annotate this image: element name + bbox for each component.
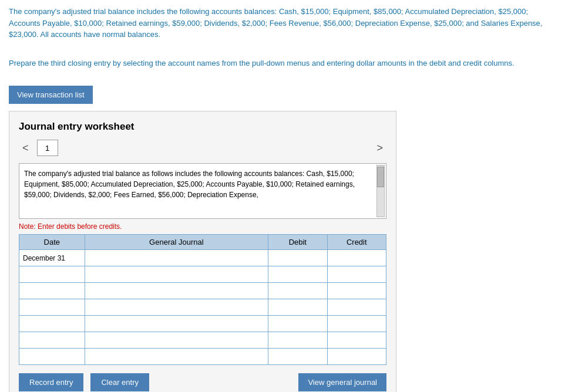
- table-row: [19, 299, 386, 316]
- worksheet-container: Journal entry worksheet < 1 > The compan…: [9, 111, 396, 392]
- table-row: [19, 349, 386, 365]
- debit-cell-7[interactable]: [268, 349, 327, 365]
- credit-cell-4[interactable]: [327, 299, 386, 316]
- credit-input-5[interactable]: [330, 317, 384, 330]
- date-cell-5: [19, 316, 85, 332]
- header-debit: Debit: [268, 235, 327, 250]
- debit-input-7[interactable]: [271, 350, 324, 363]
- page-number: 1: [37, 140, 58, 156]
- debit-cell-1[interactable]: [268, 250, 327, 266]
- nav-row: < 1 >: [19, 140, 386, 156]
- debit-input-1[interactable]: [271, 252, 324, 265]
- journal-cell-3[interactable]: [85, 283, 268, 299]
- header-credit: Credit: [327, 235, 386, 250]
- journal-cell-1[interactable]: [85, 250, 268, 266]
- debit-input-6[interactable]: [271, 334, 324, 347]
- credit-cell-2[interactable]: [327, 266, 386, 283]
- journal-input-6[interactable]: [88, 334, 266, 347]
- date-cell-2: [19, 266, 85, 283]
- journal-input-4[interactable]: [88, 301, 266, 314]
- credit-input-4[interactable]: [330, 301, 384, 314]
- clear-entry-button[interactable]: Clear entry: [90, 373, 149, 391]
- record-entry-button[interactable]: Record entry: [19, 373, 83, 391]
- journal-cell-4[interactable]: [85, 299, 268, 316]
- journal-cell-2[interactable]: [85, 266, 268, 283]
- date-cell-6: [19, 332, 85, 349]
- credit-input-1[interactable]: [330, 252, 384, 265]
- credit-input-6[interactable]: [330, 334, 384, 347]
- date-cell-7: [19, 349, 85, 365]
- journal-input-1[interactable]: [88, 252, 266, 265]
- credit-cell-6[interactable]: [327, 332, 386, 349]
- table-row: [19, 283, 386, 299]
- journal-cell-7[interactable]: [85, 349, 268, 365]
- date-cell-3: [19, 283, 85, 299]
- debit-cell-4[interactable]: [268, 299, 327, 316]
- debit-cell-6[interactable]: [268, 332, 327, 349]
- credit-cell-5[interactable]: [327, 316, 386, 332]
- description-text: The company's adjusted trial balance as …: [24, 170, 355, 199]
- view-transaction-button[interactable]: View transaction list: [9, 86, 93, 104]
- worksheet-title: Journal entry worksheet: [19, 121, 386, 133]
- debit-cell-5[interactable]: [268, 316, 327, 332]
- journal-input-5[interactable]: [88, 317, 266, 330]
- credit-cell-3[interactable]: [327, 283, 386, 299]
- note-text: Note: Enter debits before credits.: [19, 222, 386, 231]
- journal-input-7[interactable]: [88, 350, 266, 363]
- debit-cell-2[interactable]: [268, 266, 327, 283]
- credit-input-3[interactable]: [330, 285, 384, 298]
- instruction-text: Prepare the third closing entry by selec…: [9, 58, 556, 69]
- journal-input-3[interactable]: [88, 285, 266, 298]
- table-row: [19, 266, 386, 283]
- next-arrow[interactable]: >: [373, 141, 386, 156]
- prev-arrow[interactable]: <: [19, 141, 32, 156]
- header-general-journal: General Journal: [85, 235, 268, 250]
- debit-input-4[interactable]: [271, 301, 324, 314]
- date-cell-4: [19, 299, 85, 316]
- debit-input-5[interactable]: [271, 317, 324, 330]
- journal-cell-6[interactable]: [85, 332, 268, 349]
- table-row: [19, 316, 386, 332]
- table-row: [19, 332, 386, 349]
- credit-cell-7[interactable]: [327, 349, 386, 365]
- credit-input-2[interactable]: [330, 268, 384, 281]
- scrollbar[interactable]: [376, 165, 385, 217]
- view-general-journal-button[interactable]: View general journal: [298, 373, 386, 391]
- debit-input-2[interactable]: [271, 268, 324, 281]
- description-box: The company's adjusted trial balance as …: [19, 163, 386, 219]
- bottom-buttons: Record entry Clear entry View general jo…: [19, 373, 386, 391]
- date-cell-1: December 31: [19, 250, 85, 266]
- credit-cell-1[interactable]: [327, 250, 386, 266]
- journal-cell-5[interactable]: [85, 316, 268, 332]
- table-row: December 31: [19, 250, 386, 266]
- journal-input-2[interactable]: [88, 268, 266, 281]
- journal-table: Date General Journal Debit Credit Decemb…: [19, 234, 386, 365]
- debit-cell-3[interactable]: [268, 283, 327, 299]
- intro-text: The company's adjusted trial balance inc…: [9, 6, 556, 40]
- scrollbar-thumb: [377, 167, 384, 187]
- header-date: Date: [19, 235, 85, 250]
- debit-input-3[interactable]: [271, 285, 324, 298]
- credit-input-7[interactable]: [330, 350, 384, 363]
